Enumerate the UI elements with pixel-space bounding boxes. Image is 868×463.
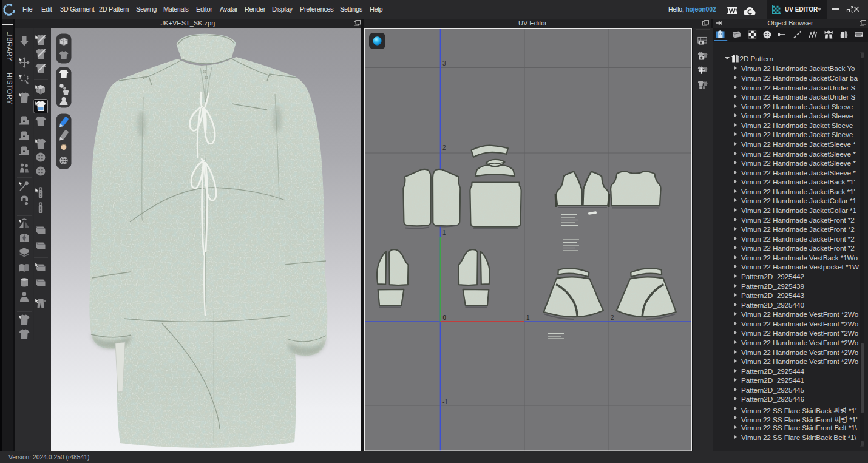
svg-text:3: 3: [442, 60, 446, 67]
svg-text:1: 1: [442, 229, 446, 236]
svg-text:2: 2: [611, 314, 614, 321]
svg-text:0: 0: [443, 314, 447, 321]
svg-text:-1: -1: [442, 399, 448, 405]
svg-text:2: 2: [442, 144, 446, 151]
svg-text:1: 1: [526, 314, 530, 321]
